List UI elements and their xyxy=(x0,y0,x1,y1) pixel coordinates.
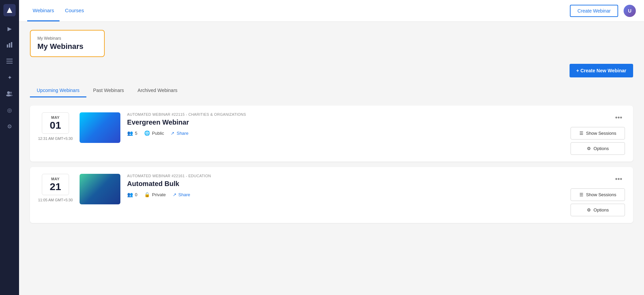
share-link[interactable]: ↗ Share xyxy=(173,192,190,197)
visibility-label: Private xyxy=(152,192,166,197)
attendees-tag: 👥 0 xyxy=(127,192,137,197)
date-time-column: MAY 21 11:05 AM GMT+5:30 xyxy=(38,174,73,202)
share-label: Share xyxy=(179,192,190,197)
svg-rect-2 xyxy=(9,43,10,48)
sessions-icon: ☰ xyxy=(579,131,583,136)
avatar-image: U xyxy=(624,5,636,17)
date-box: MAY 21 xyxy=(42,174,69,195)
show-sessions-label: Show Sessions xyxy=(586,131,616,136)
webinar-thumbnail xyxy=(80,174,120,204)
lock-icon: 🔒 xyxy=(144,192,150,197)
subtabs: Upcoming Webinars Past Webinars Archived… xyxy=(30,84,633,97)
options-button[interactable]: ⚙ Options xyxy=(571,204,625,216)
day: 21 xyxy=(46,181,65,192)
webinar-meta: AUTOMATED WEBINAR #22161 - EDUCATION xyxy=(127,174,564,178)
logo[interactable] xyxy=(3,4,16,16)
month: MAY xyxy=(46,177,65,181)
attendees-count: 5 xyxy=(135,131,137,136)
options-button[interactable]: ⚙ Options xyxy=(571,142,625,155)
day: 01 xyxy=(46,119,65,131)
show-sessions-button[interactable]: ☰ Show Sessions xyxy=(571,188,625,201)
share-link[interactable]: ↗ Share xyxy=(171,131,188,136)
avatar[interactable]: U xyxy=(624,5,636,17)
webinar-info: AUTOMATED WEBINAR #22115 - CHARITIES & O… xyxy=(127,112,564,136)
subtab-past[interactable]: Past Webinars xyxy=(86,84,131,97)
share-icon: ↗ xyxy=(171,131,174,136)
options-label: Options xyxy=(594,146,609,151)
options-icon: ⚙ xyxy=(587,207,591,213)
attendees-icon: 👥 xyxy=(127,130,133,136)
create-new-row: + Create New Webinar xyxy=(30,64,633,77)
svg-point-8 xyxy=(10,92,12,94)
puzzle-icon[interactable]: ✦ xyxy=(3,71,16,84)
svg-rect-5 xyxy=(6,61,13,61)
visibility-tag: 🔒 Private xyxy=(144,192,166,197)
show-sessions-button[interactable]: ☰ Show Sessions xyxy=(571,127,625,140)
webinar-title: Automated Bulk xyxy=(127,180,564,188)
time: 12:31 AM GMT+5:30 xyxy=(38,136,73,141)
show-sessions-label: Show Sessions xyxy=(586,192,616,197)
options-icon: ⚙ xyxy=(587,146,591,151)
play-icon[interactable]: ▶ xyxy=(3,22,16,35)
webinar-actions: ••• ☰ Show Sessions ⚙ Options xyxy=(571,174,625,216)
list-icon[interactable] xyxy=(3,54,16,68)
svg-rect-6 xyxy=(6,63,13,63)
thumbnail-image xyxy=(80,174,120,204)
content-area: My Webinars My Webinars + Create New Web… xyxy=(19,22,644,295)
month: MAY xyxy=(46,115,65,119)
create-webinar-button[interactable]: Create Webinar xyxy=(570,5,618,17)
webinar-card: MAY 21 11:05 AM GMT+5:30 AUTOMATED WEBIN… xyxy=(30,167,633,223)
webinar-thumbnail xyxy=(80,112,120,143)
card-title: My Webinars xyxy=(37,42,97,51)
time: 11:05 AM GMT+5:30 xyxy=(38,198,73,202)
webinar-tags: 👥 0 🔒 Private ↗ Share xyxy=(127,192,564,197)
date-box: MAY 01 xyxy=(42,112,69,134)
svg-point-10 xyxy=(9,95,13,96)
webinar-info: AUTOMATED WEBINAR #22161 - EDUCATION Aut… xyxy=(127,174,564,197)
bar-chart-icon[interactable] xyxy=(3,38,16,52)
subtab-archived[interactable]: Archived Webinars xyxy=(131,84,184,97)
webinar-actions: ••• ☰ Show Sessions ⚙ Options xyxy=(571,112,625,155)
settings-circle-icon[interactable]: ◎ xyxy=(3,103,16,117)
more-options-button[interactable]: ••• xyxy=(612,112,625,123)
globe-icon: 🌐 xyxy=(144,130,150,136)
my-webinars-card: My Webinars My Webinars xyxy=(30,30,105,57)
share-icon: ↗ xyxy=(173,192,176,197)
main-content: Webinars Courses Create Webinar U My Web… xyxy=(19,0,644,295)
topnav: Webinars Courses Create Webinar U xyxy=(19,0,644,22)
gear-icon[interactable]: ⚙ xyxy=(3,119,16,133)
visibility-tag: 🌐 Public xyxy=(144,130,164,136)
date-time-column: MAY 01 12:31 AM GMT+5:30 xyxy=(38,112,73,141)
attendees-tag: 👥 5 xyxy=(127,130,137,136)
sidebar: ▶ ✦ ◎ ⚙ xyxy=(0,0,19,295)
options-label: Options xyxy=(594,207,609,213)
attendees-icon: 👥 xyxy=(127,192,133,197)
topnav-actions: Create Webinar U xyxy=(570,5,636,17)
card-subtitle: My Webinars xyxy=(37,36,97,41)
more-options-button[interactable]: ••• xyxy=(612,174,625,184)
attendees-count: 0 xyxy=(135,192,137,197)
subtab-upcoming[interactable]: Upcoming Webinars xyxy=(30,84,86,97)
share-label: Share xyxy=(176,131,188,136)
create-new-webinar-button[interactable]: + Create New Webinar xyxy=(570,64,633,77)
webinar-title: Evergreen Webinar xyxy=(127,118,564,126)
tab-courses[interactable]: Courses xyxy=(60,0,89,21)
tab-webinars[interactable]: Webinars xyxy=(27,0,60,21)
webinar-meta: AUTOMATED WEBINAR #22115 - CHARITIES & O… xyxy=(127,112,564,116)
sessions-icon: ☰ xyxy=(579,192,583,197)
svg-rect-1 xyxy=(7,44,8,48)
webinar-card: MAY 01 12:31 AM GMT+5:30 AUTOMATED WEBIN… xyxy=(30,106,633,162)
users-icon[interactable] xyxy=(3,87,16,100)
thumbnail-image xyxy=(80,112,120,143)
svg-rect-3 xyxy=(11,42,12,48)
topnav-tabs: Webinars Courses xyxy=(27,0,570,21)
visibility-label: Public xyxy=(152,131,164,136)
svg-marker-0 xyxy=(7,7,12,13)
webinar-tags: 👥 5 🌐 Public ↗ Share xyxy=(127,130,564,136)
svg-rect-4 xyxy=(6,59,13,59)
svg-point-7 xyxy=(7,91,10,94)
